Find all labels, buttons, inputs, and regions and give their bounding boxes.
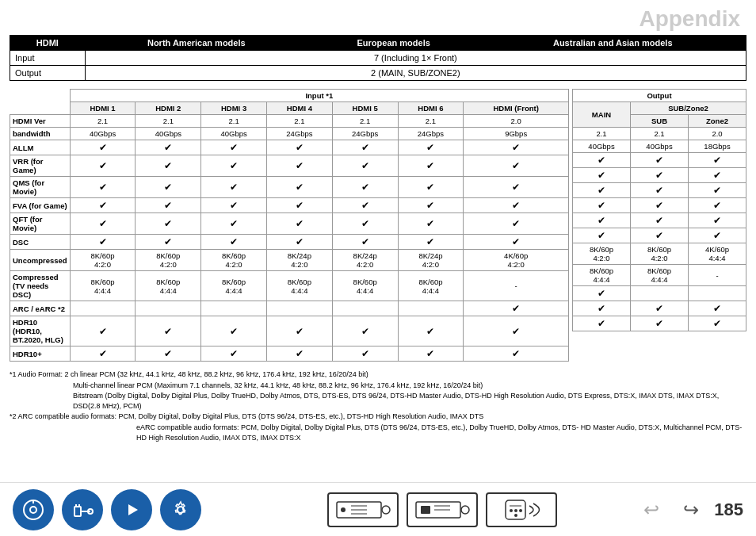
input-section-header: Input *1 bbox=[70, 90, 568, 102]
output-cell: ✔ bbox=[689, 228, 746, 243]
bottom-left-nav bbox=[13, 489, 201, 530]
play-button[interactable] bbox=[111, 489, 152, 530]
row-label: QMS (for Movie) bbox=[10, 177, 71, 198]
row-label: ARC / eARC *2 bbox=[10, 301, 71, 316]
row-label: bandwidth bbox=[10, 128, 71, 140]
cell: 8K/60p 4:4:4 bbox=[136, 271, 201, 301]
cell: ✔ bbox=[201, 235, 267, 250]
cell: ✔ bbox=[266, 213, 332, 235]
bottom-bar: ↩ ↪ 185 bbox=[0, 482, 756, 536]
cell: ✔ bbox=[201, 155, 267, 177]
row-label: HDMI Ver bbox=[10, 115, 71, 128]
output-cell: 2.1 bbox=[573, 128, 631, 140]
svg-point-17 bbox=[461, 506, 469, 514]
output-cell: ✔ bbox=[689, 153, 746, 168]
cell bbox=[201, 301, 267, 316]
cell: ✔ bbox=[201, 177, 267, 198]
hdmi-col-header: HDMI bbox=[10, 36, 86, 51]
european-header: European models bbox=[307, 36, 479, 51]
cell: ✔ bbox=[136, 177, 201, 198]
cell: ✔ bbox=[70, 316, 136, 346]
cell: 2.1 bbox=[136, 115, 201, 128]
cell: ✔ bbox=[266, 316, 332, 346]
cell: ✔ bbox=[201, 198, 267, 213]
output-cell: 18Gbps bbox=[689, 140, 746, 153]
input-specs-table: Input *1 HDMI 1 HDMI 2 HDMI 3 HDMI 4 HDM… bbox=[10, 89, 569, 362]
cell: ✔ bbox=[136, 155, 201, 177]
cell: ✔ bbox=[266, 155, 332, 177]
cell: ✔ bbox=[332, 177, 398, 198]
row-label: ALLM bbox=[10, 140, 71, 155]
cell: ✔ bbox=[464, 177, 569, 198]
output-cell: 8K/60p 4:2:0 bbox=[631, 243, 689, 265]
cell: ✔ bbox=[464, 140, 569, 155]
hdmi-front-header: HDMI (Front) bbox=[464, 102, 569, 115]
cell: ✔ bbox=[136, 346, 201, 362]
cell: ✔ bbox=[398, 198, 464, 213]
cell: 2.0 bbox=[464, 115, 569, 128]
remote-button[interactable] bbox=[486, 492, 557, 527]
note-line: *2 ARC compatible audio formats: PCM, Do… bbox=[10, 412, 746, 422]
cell: 8K/60p 4:4:4 bbox=[332, 271, 398, 301]
cell: 4K/60p 4:2:0 bbox=[464, 250, 569, 271]
output-cell: ✔ bbox=[573, 198, 631, 213]
output-cell: ✔ bbox=[631, 198, 689, 213]
row-label: QFT (for Movie) bbox=[10, 213, 71, 235]
cell: ✔ bbox=[464, 316, 569, 346]
hdmi-table: HDMI North American models European mode… bbox=[10, 35, 746, 81]
output-cell: 4K/60p 4:4:4 bbox=[689, 243, 746, 265]
cell: ✔ bbox=[332, 346, 398, 362]
note-line: *1 Audio Format: 2 ch linear PCM (32 kHz… bbox=[10, 369, 746, 380]
cell: ✔ bbox=[398, 316, 464, 346]
output-section-header: Output bbox=[573, 90, 746, 102]
output-cell: ✔ bbox=[689, 198, 746, 213]
cell: 8K/24p 4:2:0 bbox=[266, 250, 332, 271]
row-label: FVA (for Game) bbox=[10, 198, 71, 213]
cell: ✔ bbox=[464, 198, 569, 213]
cell: ✔ bbox=[398, 177, 464, 198]
hdmi2-header: HDMI 2 bbox=[136, 102, 201, 115]
svg-point-24 bbox=[514, 509, 517, 512]
output-cell: 8K/60p 4:2:0 bbox=[573, 243, 631, 265]
back-button[interactable]: ↩ bbox=[635, 493, 668, 526]
output-cell: ✔ bbox=[631, 213, 689, 228]
note-line: eARC compatible audio formats: PCM, Dolb… bbox=[10, 423, 746, 442]
output-cell bbox=[689, 286, 746, 301]
settings-button[interactable] bbox=[160, 489, 201, 530]
cell: 8K/60p 4:4:4 bbox=[398, 271, 464, 301]
cell: 8K/60p 4:4:4 bbox=[70, 271, 136, 301]
cell: ✔ bbox=[398, 346, 464, 362]
cell: ✔ bbox=[70, 235, 136, 250]
cell: 9Gbps bbox=[464, 128, 569, 140]
output-cell: ✔ bbox=[573, 183, 631, 198]
svg-point-15 bbox=[341, 507, 346, 512]
cell: ✔ bbox=[70, 198, 136, 213]
forward-button[interactable]: ↪ bbox=[674, 493, 708, 526]
output-cell: ✔ bbox=[573, 213, 631, 228]
cell: ✔ bbox=[464, 346, 569, 362]
cell: ✔ bbox=[136, 316, 201, 346]
cell: 2.1 bbox=[332, 115, 398, 128]
output-cell: 8K/60p 4:4:4 bbox=[573, 265, 631, 286]
row-label: HDR10 (HDR10, BT.2020, HLG) bbox=[10, 316, 71, 346]
disc-button[interactable] bbox=[13, 489, 54, 530]
cell: ✔ bbox=[332, 140, 398, 155]
cell: ✔ bbox=[136, 198, 201, 213]
page-title: Appendix bbox=[0, 0, 756, 35]
receiver1-button[interactable] bbox=[327, 492, 399, 527]
receiver2-button[interactable] bbox=[407, 492, 478, 527]
output-cell: ✔ bbox=[573, 168, 631, 183]
cell: ✔ bbox=[464, 301, 569, 316]
cell bbox=[266, 301, 332, 316]
output-cell: ✔ bbox=[689, 168, 746, 183]
cell: ✔ bbox=[201, 213, 267, 235]
notes-section: *1 Audio Format: 2 ch linear PCM (32 kHz… bbox=[0, 366, 756, 442]
zone2-header: Zone2 bbox=[689, 115, 746, 128]
cell: 8K/60p 4:4:4 bbox=[201, 271, 267, 301]
cell: ✔ bbox=[70, 140, 136, 155]
hdmi6-header: HDMI 6 bbox=[398, 102, 464, 115]
row-label: DSC bbox=[10, 235, 71, 250]
sub-header: SUB bbox=[631, 115, 689, 128]
cable-button[interactable] bbox=[62, 489, 103, 530]
cell: ✔ bbox=[136, 140, 201, 155]
